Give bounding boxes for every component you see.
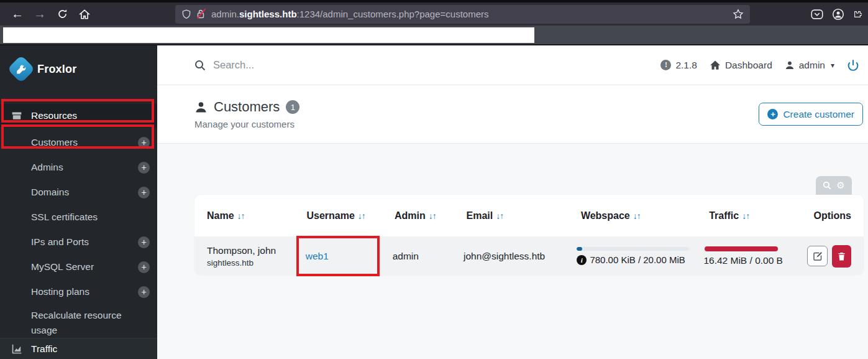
content-area: ⚙ Name↓↑ Username↓↑ Admin↓↑ Email↓↑ Webs… — [157, 144, 868, 359]
add-admin-icon[interactable]: + — [138, 162, 150, 174]
page-title: Customers — [214, 99, 280, 115]
shield-icon[interactable] — [181, 9, 191, 19]
traffic-chart-icon — [11, 343, 22, 355]
logout-button[interactable] — [847, 59, 859, 72]
dashboard-label: Dashboard — [725, 60, 772, 71]
info-icon[interactable]: i — [577, 255, 587, 265]
back-icon[interactable]: ← — [6, 6, 29, 23]
cell-username: web1 — [306, 251, 393, 262]
main-area: ! 2.1.8 Dashboard admin ▾ — [157, 45, 868, 359]
traffic-progress-bar — [705, 246, 778, 251]
table-row: Thompson, john sightless.htb web1 admin … — [194, 236, 864, 276]
cell-name: Thompson, john sightless.htb — [207, 245, 306, 268]
insecure-lock-icon[interactable] — [196, 9, 206, 20]
version-info-icon: ! — [660, 60, 671, 70]
sidebar-item-traffic[interactable]: Traffic — [0, 338, 157, 359]
page-subtitle: Manage your customers — [194, 119, 299, 129]
power-icon — [847, 59, 859, 72]
sidebar-item-ips-and-ports[interactable]: IPs and Ports + — [0, 230, 157, 254]
add-domain-icon[interactable]: + — [138, 187, 150, 198]
chevron-down-icon: ▾ — [831, 61, 834, 70]
sidebar-item-admins[interactable]: Admins + — [0, 155, 157, 180]
sidebar-item-label: Recalculate resource usage — [31, 308, 130, 338]
froxlor-logo[interactable]: Froxlor — [0, 50, 157, 88]
sidebar-item-label: MySQL Server — [31, 261, 94, 273]
topbar: ! 2.1.8 Dashboard admin ▾ — [157, 45, 868, 85]
browser-sub-strip — [0, 26, 868, 45]
edit-customer-button[interactable] — [807, 246, 828, 266]
create-customer-button[interactable]: + Create customer — [759, 103, 863, 126]
sidebar-item-label: Resources — [31, 110, 77, 121]
browser-toolbar: ← → admin.sightless.htb:1234/admin_custo… — [0, 2, 868, 26]
user-menu[interactable]: admin ▾ — [785, 60, 834, 71]
sidebar-item-ssl-certificates[interactable]: SSL certificates — [0, 205, 157, 230]
sort-icons[interactable]: ↓↑ — [358, 211, 365, 221]
bookmark-star-icon[interactable] — [733, 9, 744, 20]
add-customer-icon[interactable]: + — [138, 137, 150, 149]
sidebar-item-label: Domains — [31, 187, 69, 198]
global-search[interactable] — [194, 59, 406, 71]
column-header-username[interactable]: Username↓↑ — [306, 210, 395, 221]
delete-customer-button[interactable] — [832, 245, 851, 268]
dashboard-home-icon — [710, 60, 721, 71]
sort-icons[interactable]: ↓↑ — [742, 211, 749, 221]
version-indicator[interactable]: ! 2.1.8 — [660, 60, 697, 71]
cell-traffic: 16.42 MiB / 0.00 B — [703, 246, 807, 266]
webspace-usage-text: 780.00 KiB / 20.00 MiB — [590, 254, 685, 265]
url-bar[interactable]: admin.sightless.htb:1234/admin_customers… — [175, 5, 750, 24]
brand-name: Froxlor — [37, 63, 76, 76]
sidebar-item-customers[interactable]: Customers + — [0, 130, 157, 155]
cell-email: john@sightless.htb — [464, 251, 577, 262]
column-header-admin[interactable]: Admin↓↑ — [395, 210, 467, 221]
table-search-icon[interactable] — [823, 181, 831, 190]
sort-icons[interactable]: ↓↑ — [237, 211, 245, 221]
home-icon[interactable] — [73, 6, 96, 23]
account-icon[interactable] — [832, 8, 844, 21]
sidebar-item-resources[interactable]: Resources — [0, 104, 157, 128]
add-mysql-icon[interactable]: + — [138, 261, 150, 273]
username-link[interactable]: web1 — [306, 251, 329, 261]
customers-icon — [194, 101, 208, 114]
customers-table: Name↓↑ Username↓↑ Admin↓↑ Email↓↑ Webspa… — [194, 195, 864, 276]
resources-box-icon — [11, 110, 22, 121]
sort-icons[interactable]: ↓↑ — [633, 211, 641, 221]
sidebar-item-domains[interactable]: Domains + — [0, 180, 157, 205]
sidebar: Froxlor Resources Customers + Admins + D… — [0, 45, 157, 359]
column-header-traffic[interactable]: Traffic↓↑ — [709, 210, 813, 221]
dashboard-link[interactable]: Dashboard — [710, 60, 772, 71]
reload-icon[interactable] — [51, 6, 73, 23]
sidebar-item-label: Hosting plans — [31, 286, 89, 297]
trash-icon — [837, 251, 846, 261]
cell-admin: admin — [393, 251, 464, 262]
edit-pencil-icon — [813, 251, 823, 261]
column-header-webspace[interactable]: Webspace↓↑ — [581, 210, 709, 221]
pocket-icon[interactable] — [811, 8, 823, 21]
add-hosting-plan-icon[interactable]: + — [138, 286, 150, 298]
sidebar-item-label: SSL certificates — [31, 212, 98, 223]
search-input[interactable] — [213, 59, 387, 71]
add-ip-port-icon[interactable]: + — [138, 236, 150, 248]
column-header-email[interactable]: Email↓↑ — [467, 210, 581, 221]
sort-icons[interactable]: ↓↑ — [429, 211, 436, 221]
sidebar-item-label: Traffic — [31, 343, 57, 355]
table-settings-gear-icon[interactable]: ⚙ — [836, 180, 844, 191]
sidebar-item-hosting-plans[interactable]: Hosting plans + — [0, 279, 157, 304]
table-header-row: Name↓↑ Username↓↑ Admin↓↑ Email↓↑ Webspa… — [194, 195, 864, 236]
webspace-progress-bar — [577, 247, 689, 251]
create-customer-label: Create customer — [783, 109, 854, 120]
column-header-options: Options — [814, 210, 851, 221]
sidebar-item-label: Customers — [31, 137, 78, 148]
sort-icons[interactable]: ↓↑ — [496, 211, 503, 221]
user-label: admin — [799, 60, 825, 71]
forward-icon[interactable]: → — [29, 6, 51, 23]
user-icon — [785, 60, 795, 70]
column-header-name[interactable]: Name↓↑ — [207, 210, 306, 221]
extensions-icon[interactable] — [853, 6, 862, 23]
url-text: admin.sightless.htb:1234/admin_customers… — [211, 9, 728, 19]
sidebar-item-mysql-server[interactable]: MySQL Server + — [0, 254, 157, 279]
customer-count-badge: 1 — [286, 100, 299, 114]
table-tools: ⚙ — [816, 176, 852, 195]
overlay-white-bar — [3, 27, 534, 43]
customer-name: Thompson, john — [207, 245, 306, 256]
sidebar-item-label: IPs and Ports — [31, 236, 89, 248]
